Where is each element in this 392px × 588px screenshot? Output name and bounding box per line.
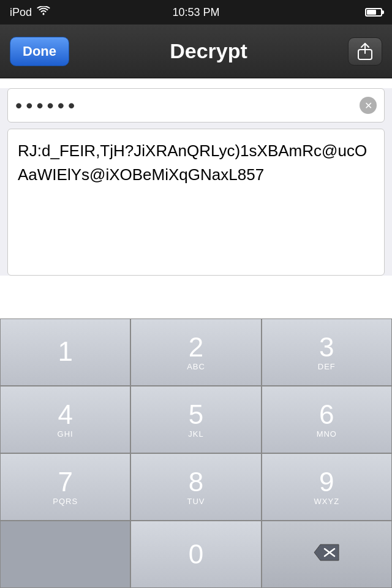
delete-icon xyxy=(313,543,340,566)
nav-bar: Done Decrypt xyxy=(0,24,392,78)
keypad-row-1: 1 2 ABC 3 DEF xyxy=(0,318,392,386)
password-input[interactable] xyxy=(15,94,360,117)
delete-button[interactable] xyxy=(262,521,392,588)
content-area: ✕ RJ:d_FEIR,TjH?JiXRAnQRLyc)1sXBAmRc@ucO… xyxy=(0,88,392,276)
key-5[interactable]: 5 JKL xyxy=(130,386,261,453)
keypad-row-4: 0 xyxy=(0,521,392,588)
device-label: iPod xyxy=(10,6,32,19)
done-button[interactable]: Done xyxy=(10,37,69,66)
battery-icon xyxy=(365,8,382,17)
key-6[interactable]: 6 MNO xyxy=(262,386,392,453)
status-time: 10:53 PM xyxy=(172,6,219,19)
key-9[interactable]: 9 WXYZ xyxy=(262,453,392,521)
status-bar: iPod 10:53 PM xyxy=(0,0,392,24)
password-field-container: ✕ xyxy=(7,88,385,123)
key-0[interactable]: 0 xyxy=(130,521,261,588)
key-empty xyxy=(0,521,130,588)
key-2[interactable]: 2 ABC xyxy=(130,318,261,386)
share-button[interactable] xyxy=(348,37,382,66)
key-7[interactable]: 7 PQRS xyxy=(0,453,130,521)
nav-title: Decrypt xyxy=(69,39,348,63)
keypad: 1 2 ABC 3 DEF 4 GHI 5 JKL 6 MNO 7 PQRS xyxy=(0,318,392,588)
clear-button[interactable]: ✕ xyxy=(360,97,377,114)
key-3[interactable]: 3 DEF xyxy=(262,318,392,386)
key-1[interactable]: 1 xyxy=(0,318,130,386)
keypad-row-3: 7 PQRS 8 TUV 9 WXYZ xyxy=(0,453,392,521)
keypad-row-2: 4 GHI 5 JKL 6 MNO xyxy=(0,386,392,453)
key-4[interactable]: 4 GHI xyxy=(0,386,130,453)
decrypted-text-container: RJ:d_FEIR,TjH?JiXRAnQRLyc)1sXBAmRc@ucOAa… xyxy=(7,129,385,276)
svg-point-0 xyxy=(43,13,45,15)
key-8[interactable]: 8 TUV xyxy=(130,453,261,521)
wifi-icon xyxy=(37,6,50,18)
decrypted-text: RJ:d_FEIR,TjH?JiXRAnQRLyc)1sXBAmRc@ucOAa… xyxy=(18,139,374,187)
